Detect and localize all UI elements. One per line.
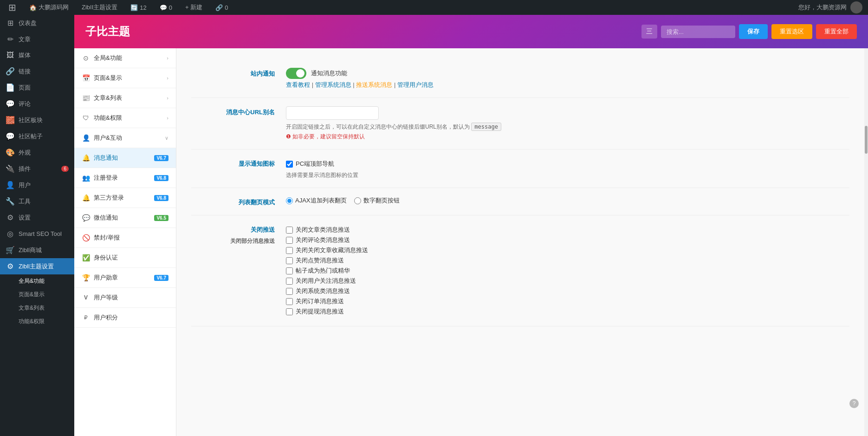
sidebar-item-posts[interactable]: ✏ 文章 bbox=[0, 31, 74, 47]
link-tutorial[interactable]: 查看教程 bbox=[286, 81, 310, 88]
pc-top-nav-checkbox[interactable] bbox=[286, 161, 293, 168]
close-fav-push-checkbox[interactable] bbox=[286, 247, 293, 254]
link-manage-user-msg[interactable]: 管理用户消息 bbox=[397, 81, 434, 88]
right-scrollbar bbox=[864, 48, 868, 436]
scrollbar-thumb[interactable] bbox=[865, 126, 868, 154]
user-interact-icon: 👤 bbox=[82, 134, 90, 142]
toggle-slider bbox=[286, 68, 306, 79]
link-manage-sys-msg[interactable]: 管理系统消息 bbox=[315, 81, 351, 88]
ajax-load-label[interactable]: AJAX追加列表翻页 bbox=[295, 196, 347, 205]
settings-search-input[interactable] bbox=[661, 26, 735, 38]
adminbar-comments[interactable]: 💬 0 bbox=[157, 0, 175, 15]
header-actions: 三 保存 重置选区 重置全部 bbox=[641, 24, 857, 39]
adminbar-theme-settings[interactable]: ZibII主题设置 bbox=[79, 0, 120, 15]
wp-logo[interactable]: ⊞ bbox=[6, 0, 19, 15]
grid-view-button[interactable]: 三 bbox=[641, 25, 657, 39]
adminbar-site-link[interactable]: 🏠 大鹏源码网 bbox=[26, 0, 71, 15]
close-withdraw-push-label[interactable]: 关闭提现消息推送 bbox=[296, 307, 344, 316]
nav-item-reg-login[interactable]: 👥 注册登录 V6.8 bbox=[74, 168, 176, 188]
close-article-push-checkbox[interactable] bbox=[286, 227, 293, 234]
nav-item-user-level[interactable]: V 用户等级 bbox=[74, 288, 176, 308]
close-withdraw-push-checkbox[interactable] bbox=[286, 308, 293, 315]
global-func-icon: ⊙ bbox=[82, 54, 90, 62]
close-article-push-label[interactable]: 关闭文章类消息推送 bbox=[296, 226, 350, 234]
msg-url-desc: 开启固定链接之后，可以在此自定义消息中心的链接后缀URL别名，默认为 messa… bbox=[286, 123, 849, 131]
sidebar-item-appearance[interactable]: 🎨 外观 bbox=[0, 144, 74, 161]
sidebar-item-smart-seo[interactable]: ◎ Smart SEO Tool bbox=[0, 226, 74, 242]
close-fav-push-item: 关闭关闭文章收藏消息推送 bbox=[286, 246, 849, 254]
msg-url-warning: ❶ 如非必要，建议留空保持默认 bbox=[286, 133, 849, 141]
sidebar-item-community[interactable]: 🧱 社区板块 bbox=[0, 112, 74, 128]
sidebar-item-zibll-settings[interactable]: ⚙ Zibll主题设置 bbox=[0, 258, 74, 274]
nav-item-msg-notify[interactable]: 🔔 消息通知 V6.7 bbox=[74, 148, 176, 168]
close-follow-push-checkbox[interactable] bbox=[286, 278, 293, 285]
sidebar-item-media[interactable]: 🖼 媒体 bbox=[0, 47, 74, 63]
sidebar-item-bbpress[interactable]: 💬 社区帖子 bbox=[0, 128, 74, 144]
nav-item-wechat[interactable]: 💬 微信通知 V6.5 bbox=[74, 208, 176, 228]
close-fav-push-label[interactable]: 关闭关闭文章收藏消息推送 bbox=[296, 246, 368, 254]
link-push-sys-msg[interactable]: 推送系统消息 bbox=[356, 81, 392, 88]
adminbar-new[interactable]: + 新建 bbox=[182, 0, 205, 15]
nav-item-identity[interactable]: ✅ 身份认证 bbox=[74, 248, 176, 268]
close-system-push-label[interactable]: 关闭系统类消息推送 bbox=[296, 287, 350, 295]
sidebar-item-links[interactable]: 🔗 链接 bbox=[0, 63, 74, 79]
sidebar-item-shop[interactable]: 🛒 Zibll商城 bbox=[0, 242, 74, 258]
close-system-push-checkbox[interactable] bbox=[286, 288, 293, 295]
dashboard-icon: ⊞ bbox=[6, 19, 15, 27]
comments-icon: 💬 bbox=[160, 4, 167, 11]
reset-selection-button[interactable]: 重置选区 bbox=[771, 24, 812, 39]
sidebar-item-settings[interactable]: ⚙ 设置 bbox=[0, 209, 74, 226]
appearance-icon: 🎨 bbox=[6, 148, 15, 157]
notify-toggle[interactable] bbox=[286, 68, 306, 79]
submenu-func-perms[interactable]: 功能&权限 bbox=[0, 315, 74, 328]
close-hot-push-label[interactable]: 帖子成为热门或精华 bbox=[296, 267, 350, 275]
notify-toggle-label: 通知消息功能 bbox=[311, 69, 347, 78]
adminbar-avatar[interactable] bbox=[850, 1, 862, 13]
number-btn-radio[interactable] bbox=[354, 197, 361, 204]
adminbar-updates[interactable]: 🔄 12 bbox=[128, 0, 149, 15]
adminbar-links[interactable]: 🔗 0 bbox=[213, 0, 231, 15]
nav-item-posts-list[interactable]: 📰 文章&列表 › bbox=[74, 88, 176, 108]
nav-item-func-perms[interactable]: 🛡 功能&权限 › bbox=[74, 108, 176, 128]
nav-item-ban-report[interactable]: 🚫 禁封/举报 bbox=[74, 228, 176, 248]
settings-panel: 站内通知 通知消息功能 查看教程 | 管理系统消息 bbox=[176, 48, 864, 436]
sidebar-item-pages[interactable]: 📄 页面 bbox=[0, 79, 74, 96]
ajax-load-radio[interactable] bbox=[286, 197, 293, 204]
close-like-push-checkbox[interactable] bbox=[286, 257, 293, 264]
medal-icon: 🏆 bbox=[82, 274, 90, 281]
msg-url-input[interactable] bbox=[286, 106, 379, 120]
close-push-label: 关闭推送 关闭部分消息推送 bbox=[191, 224, 275, 245]
sidebar-item-dashboard[interactable]: ⊞ 仪表盘 bbox=[0, 15, 74, 31]
settings-row-close-push: 关闭推送 关闭部分消息推送 关闭文章类消息推送 关闭评论类消息推送 bbox=[191, 215, 849, 326]
close-follow-push-label[interactable]: 关闭用户关注消息推送 bbox=[296, 277, 356, 285]
sidebar-item-comments[interactable]: 💬 评论 bbox=[0, 96, 74, 112]
reset-all-button[interactable]: 重置全部 bbox=[816, 24, 857, 39]
close-order-push-label[interactable]: 关闭订单消息推送 bbox=[296, 297, 344, 306]
sidebar-item-tools[interactable]: 🔧 工具 bbox=[0, 193, 74, 209]
points-icon: ₽ bbox=[82, 314, 90, 321]
save-button[interactable]: 保存 bbox=[739, 24, 768, 39]
close-order-push-checkbox[interactable] bbox=[286, 298, 293, 305]
nav-item-user-points[interactable]: ₽ 用户积分 bbox=[74, 308, 176, 328]
help-button[interactable]: ? bbox=[849, 399, 859, 408]
close-comment-push-label[interactable]: 关闭评论类消息推送 bbox=[296, 236, 350, 244]
sidebar-item-users[interactable]: 👤 用户 bbox=[0, 177, 74, 193]
nav-arrow-posts: › bbox=[167, 95, 168, 101]
nav-item-third-login[interactable]: 🔔 第三方登录 V6.8 bbox=[74, 188, 176, 208]
nav-item-page-display[interactable]: 📅 页面&显示 › bbox=[74, 68, 176, 88]
third-login-badge: V6.8 bbox=[154, 195, 168, 201]
sidebar-item-plugins[interactable]: 🔌 插件 6 bbox=[0, 161, 74, 177]
close-like-push-label[interactable]: 关闭点赞消息推送 bbox=[296, 256, 344, 265]
pc-nav-checkbox-item: PC端顶部导航 bbox=[286, 160, 849, 168]
submenu-page-display[interactable]: 页面&显示 bbox=[0, 288, 74, 301]
close-hot-push-checkbox[interactable] bbox=[286, 267, 293, 274]
number-btn-label[interactable]: 数字翻页按钮 bbox=[363, 196, 400, 205]
nav-item-user-interact[interactable]: 👤 用户&互动 ∨ bbox=[74, 128, 176, 148]
nav-item-user-medal[interactable]: 🏆 用户勋章 V6.7 bbox=[74, 268, 176, 288]
tools-icon: 🔧 bbox=[6, 197, 15, 206]
pc-top-nav-label[interactable]: PC端顶部导航 bbox=[296, 160, 334, 168]
nav-item-global-func[interactable]: ⊙ 全局&功能 › bbox=[74, 48, 176, 68]
submenu-posts-list[interactable]: 文章&列表 bbox=[0, 301, 74, 315]
submenu-global-func[interactable]: 全局&功能 bbox=[0, 274, 74, 288]
close-comment-push-checkbox[interactable] bbox=[286, 237, 293, 244]
